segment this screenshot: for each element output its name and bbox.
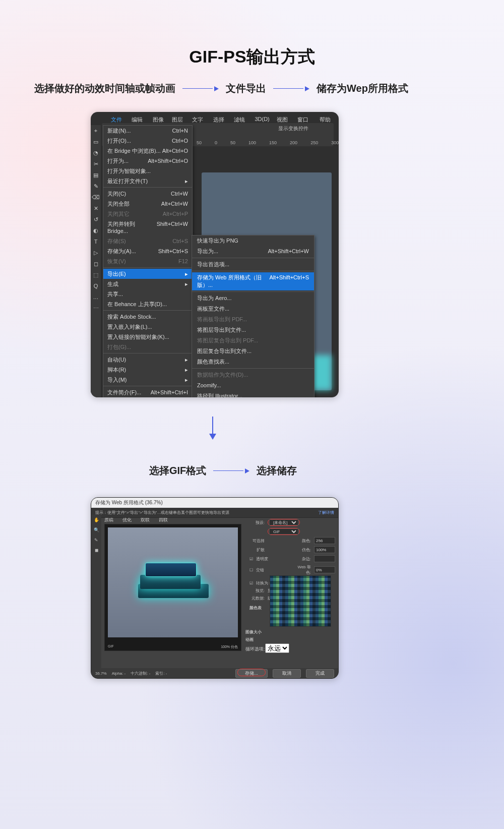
menu-item[interactable]: 共享... bbox=[103, 289, 192, 299]
arrow-right-icon bbox=[273, 86, 309, 91]
tool-icon[interactable]: ✕ bbox=[91, 203, 101, 214]
transform-controls-label: 显示变换控件 bbox=[278, 125, 308, 132]
step2-label: 文件导出 bbox=[226, 82, 266, 95]
menu-item[interactable]: 脚本(R)▸ bbox=[103, 365, 192, 375]
format-select[interactable]: GIF bbox=[269, 528, 298, 535]
tab-0[interactable]: 原稿 bbox=[104, 517, 113, 523]
menu-item[interactable]: 路径到 Illustrator... bbox=[192, 391, 314, 397]
menu-item[interactable]: 存储(S)Ctrl+S bbox=[103, 236, 192, 246]
image-size-panel: 图像大小 动画 循环选项:永远 bbox=[245, 629, 334, 653]
tool-icon[interactable]: Q bbox=[91, 280, 101, 291]
menu-item[interactable]: 关闭并转到 Bridge...Shift+Ctrl+W bbox=[103, 219, 192, 236]
arrow-right-icon bbox=[213, 468, 249, 473]
menu-item[interactable]: 在 Behance 上共享(D)... bbox=[103, 299, 192, 309]
cancel-button[interactable]: 取消 bbox=[273, 669, 301, 678]
file-menu[interactable]: 新建(N)...Ctrl+N打开(O)...Ctrl+O在 Bridge 中浏览… bbox=[103, 125, 193, 397]
tool-icon[interactable]: + bbox=[91, 125, 101, 136]
menu-item[interactable]: 生成▸ bbox=[103, 279, 192, 289]
info-format: GIF bbox=[108, 644, 114, 649]
tool-icon[interactable]: ▤ bbox=[91, 169, 101, 181]
tool-icon[interactable]: … bbox=[91, 291, 101, 303]
dialog-title: 存储为 Web 所用格式 (36.7%) bbox=[91, 498, 338, 508]
arrow-down-icon bbox=[209, 417, 216, 440]
menu-item[interactable]: 文件简介(F)...Alt+Shift+Ctrl+I bbox=[103, 387, 192, 397]
zoom-icon[interactable]: 🔍 bbox=[91, 525, 101, 535]
colors-input[interactable] bbox=[314, 537, 335, 544]
tool-icon[interactable]: ↺ bbox=[91, 214, 101, 225]
preview-label: 预览: bbox=[246, 588, 265, 594]
tool-icon[interactable]: ◐ bbox=[91, 225, 101, 236]
menu-item[interactable]: 自动(U)▸ bbox=[103, 354, 192, 365]
menu-item[interactable]: 数据组作为文件(D)... bbox=[192, 370, 314, 380]
menu-item[interactable]: Zoomify... bbox=[192, 380, 314, 391]
menu-item[interactable]: 将画板导出到 PDF... bbox=[192, 314, 314, 325]
menu-item[interactable]: 关闭(C)Ctrl+W bbox=[103, 189, 192, 199]
loop-select[interactable]: 永远 bbox=[265, 643, 289, 653]
step3-label: 储存为Wep所用格式 bbox=[317, 82, 408, 95]
menu-item[interactable]: 打包(G)... bbox=[103, 342, 192, 352]
menu-item[interactable]: 将图层复合导出到 PDF... bbox=[192, 335, 314, 346]
preset-select[interactable]: [未命名] bbox=[269, 519, 298, 525]
matte-input[interactable] bbox=[314, 555, 335, 562]
menu-item[interactable]: 导出(E)▸ bbox=[103, 269, 192, 279]
preview-info: GIF 100% 仿色 bbox=[108, 644, 238, 649]
menu-item[interactable]: 最近打开文件(T)▸ bbox=[103, 176, 192, 186]
tab-3[interactable]: 四联 bbox=[159, 517, 168, 523]
menu-item[interactable]: 图层复合导出到文件... bbox=[192, 346, 314, 357]
menu-item[interactable]: 存储为 Web 所用格式（旧版）...Alt+Shift+Ctrl+S bbox=[192, 272, 314, 290]
menu-item[interactable]: 导入(M)▸ bbox=[103, 375, 192, 385]
loss-input[interactable] bbox=[314, 546, 335, 553]
websnap-input[interactable] bbox=[314, 566, 335, 573]
menu-item[interactable]: 画板至文件... bbox=[192, 304, 314, 314]
matte-label: 杂边: bbox=[293, 556, 311, 562]
tool-icon[interactable]: ◔ bbox=[91, 147, 101, 158]
export-submenu[interactable]: 快速导出为 PNG导出为...Alt+Shift+Ctrl+W导出首选项...存… bbox=[192, 235, 314, 397]
tool-icon[interactable]: ⋯ bbox=[91, 303, 101, 314]
menu-item[interactable]: 搜索 Adobe Stock... bbox=[103, 312, 192, 322]
menu-item[interactable]: 打开(O)...Ctrl+O bbox=[103, 136, 192, 146]
menu-item[interactable]: 颜色查找表... bbox=[192, 357, 314, 367]
menu-item[interactable]: 置入链接的智能对象(K)... bbox=[103, 332, 192, 342]
preview-image bbox=[108, 527, 238, 637]
tool-icon[interactable]: ✂ bbox=[91, 158, 101, 169]
menu-item[interactable]: 将图层导出到文件... bbox=[192, 325, 314, 335]
interlaced-check[interactable]: 交错 bbox=[256, 567, 264, 573]
tab-2[interactable]: 双联 bbox=[141, 517, 150, 523]
menu-item[interactable]: 关闭其它Alt+Ctrl+P bbox=[103, 209, 192, 219]
tool-icon[interactable]: ◻ bbox=[91, 258, 101, 269]
meta-label: 元数据: bbox=[246, 596, 265, 601]
menu-item[interactable]: 新建(N)...Ctrl+N bbox=[103, 126, 192, 136]
menu-item[interactable]: 导出为...Alt+Shift+Ctrl+W bbox=[192, 246, 314, 257]
menu-item[interactable]: 存储为(A)...Shift+Ctrl+S bbox=[103, 246, 192, 256]
hex-readout: 十六进制: - bbox=[131, 671, 150, 676]
preview-tabs[interactable]: 原稿优化双联四联 bbox=[104, 517, 168, 523]
menu-item[interactable]: 导出为 Aero... bbox=[192, 293, 314, 304]
done-button[interactable]: 完成 bbox=[306, 669, 334, 678]
dialog-footer: 36.7% Alpha: - 十六进制: - 索引: - 存储... 取消 完成 bbox=[91, 668, 338, 678]
tool-icon[interactable]: ⬚ bbox=[91, 269, 101, 280]
eyedropper-icon[interactable]: ✎ bbox=[91, 535, 101, 545]
alpha-readout: Alpha: - bbox=[112, 671, 126, 676]
diffusion-label: 扩散 bbox=[246, 547, 265, 553]
menu-item[interactable]: 打开为...Alt+Shift+Ctrl+O bbox=[103, 156, 192, 166]
menu-item[interactable]: 导出首选项... bbox=[192, 259, 314, 270]
format-highlight: GIF bbox=[268, 528, 300, 535]
tool-icon[interactable]: ✎ bbox=[91, 181, 101, 192]
size-label: 图像大小 bbox=[245, 629, 334, 635]
menu-item[interactable]: 关闭全部Alt+Ctrl+W bbox=[103, 199, 192, 209]
menu-item[interactable]: 快速导出为 PNG bbox=[192, 235, 314, 246]
tool-icon[interactable]: ⌫ bbox=[91, 192, 101, 203]
transparency-check[interactable]: 透明度 bbox=[256, 556, 268, 562]
menu-item[interactable]: 打开为智能对象... bbox=[103, 166, 192, 176]
hand-icon[interactable]: ✋ bbox=[91, 515, 101, 525]
dither-label: 可选择 bbox=[246, 538, 265, 544]
menu-item[interactable]: 置入嵌入对象(L)... bbox=[103, 322, 192, 332]
tool-icon[interactable]: ▷ bbox=[91, 247, 101, 258]
tab-1[interactable]: 优化 bbox=[122, 517, 132, 523]
menu-item[interactable]: 在 Bridge 中浏览(B)...Alt+Ctrl+O bbox=[103, 146, 192, 156]
menu-item[interactable]: 恢复(V)F12 bbox=[103, 256, 192, 266]
tool-icon[interactable]: ▭ bbox=[91, 136, 101, 147]
colors-label: 颜色: bbox=[293, 538, 311, 544]
ps-screenshot: 文件(F)编辑(E)图像(I)图层(L)文字(Y)选择(S)滤镜(T)3D(D)… bbox=[91, 112, 339, 397]
tool-icon[interactable]: T bbox=[91, 236, 101, 247]
